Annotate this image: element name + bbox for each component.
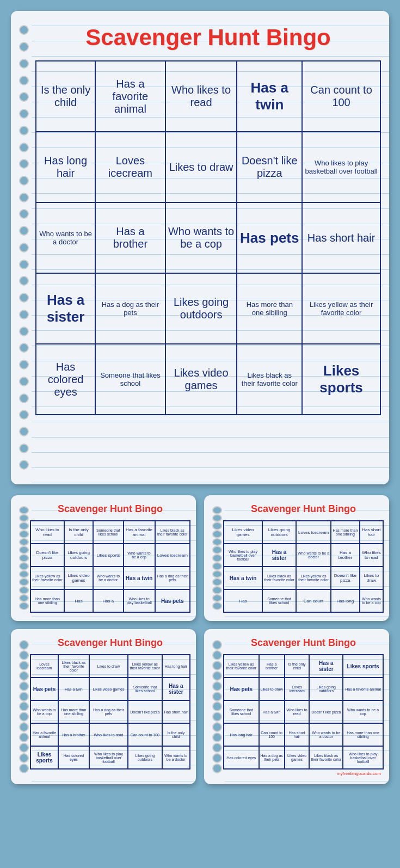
bingo-cell: Who likes to read bbox=[360, 544, 383, 567]
bingo-cell: Likes yellow as their favorite color bbox=[128, 655, 162, 678]
card2-title: Scavenger Hunt Bingo bbox=[30, 501, 190, 515]
bingo-cell: Loves icecream bbox=[155, 544, 190, 567]
hole-19 bbox=[19, 327, 29, 336]
bingo-cell: Doesn't like pizza bbox=[331, 567, 360, 589]
bingo-cell: Likes video games bbox=[224, 521, 262, 544]
bingo-cell: Has bbox=[64, 589, 93, 612]
bingo-cell: Has a sister bbox=[262, 544, 296, 567]
main-card-inner: Scavenger Hunt Bingo Is the only childHa… bbox=[35, 19, 381, 415]
hole-4 bbox=[19, 76, 29, 85]
hole-16 bbox=[19, 276, 29, 286]
hole-27 bbox=[19, 460, 29, 470]
main-title: Scavenger Hunt Bingo bbox=[35, 19, 381, 51]
hole-3 bbox=[19, 59, 29, 69]
main-bingo-grid: Is the only childHas a favorite animalWh… bbox=[35, 60, 381, 415]
bingo-cell: Doesn't like pizza bbox=[30, 544, 64, 567]
hole-10 bbox=[19, 176, 29, 186]
bingo-cell: Likes black as their favorite color bbox=[155, 521, 190, 544]
bingo-cell: Can count to 100 bbox=[128, 723, 162, 746]
hole-25 bbox=[19, 427, 29, 436]
hole-1 bbox=[19, 25, 29, 35]
bingo-cell: Has a favorite animal bbox=[95, 61, 165, 132]
bingo-grid-5: Likes yellow as their favorite colorHas … bbox=[223, 654, 384, 769]
holes-card4 bbox=[16, 629, 32, 784]
bingo-cell: Likes to draw bbox=[360, 567, 383, 589]
bingo-card-4: Scavenger Hunt Bingo Loves icecreamLikes… bbox=[11, 629, 196, 784]
bingo-cell: Has more than one sibiling bbox=[58, 700, 89, 723]
bingo-cell: Has a twin bbox=[237, 61, 302, 132]
main-bingo-card: Scavenger Hunt Bingo Is the only childHa… bbox=[11, 11, 389, 484]
bingo-cell: Has a brother bbox=[58, 723, 89, 746]
hole-23 bbox=[19, 393, 29, 403]
card4-title: Scavenger Hunt Bingo bbox=[30, 635, 190, 649]
bingo-cell: Has long hair bbox=[162, 655, 190, 678]
bingo-cell: Who wants to be a cop bbox=[165, 202, 237, 273]
bingo-cell: Who wants to be a doctor bbox=[296, 544, 331, 567]
bingo-cell: Has a dog as their pets bbox=[89, 700, 128, 723]
bingo-grid-4: Loves icecreamLikes black as their favor… bbox=[30, 654, 190, 769]
bingo-grid-3: Likes video gamesLikes going outdoorsLov… bbox=[223, 520, 384, 613]
bingo-cell: Is the only child bbox=[64, 521, 93, 544]
bingo-cell: Who wants to be a doctor bbox=[309, 723, 343, 746]
hole-21 bbox=[19, 360, 29, 370]
bingo-cell: Has a favorite animal bbox=[343, 678, 383, 700]
bingo-card-5: Scavenger Hunt Bingo Likes yellow as the… bbox=[204, 629, 389, 784]
bingo-cell: Likes black as their favorite color bbox=[237, 344, 302, 415]
bingo-cell: Has short hair bbox=[285, 723, 310, 746]
bingo-cell: Likes video games bbox=[285, 746, 310, 769]
bingo-cell: Can count to 100 bbox=[259, 723, 285, 746]
bingo-cell: Has bbox=[224, 589, 262, 612]
hole-8 bbox=[19, 143, 29, 152]
hole-11 bbox=[19, 193, 29, 202]
hole-13 bbox=[19, 226, 29, 236]
bingo-cell: Loves icecream bbox=[296, 521, 331, 544]
hole-9 bbox=[19, 159, 29, 169]
bingo-cell: Who wants to be a doctor bbox=[36, 202, 95, 273]
bingo-cell: Who likes to play basketball over footba… bbox=[89, 746, 128, 769]
bottom-cards-row: Scavenger Hunt Bingo Loves icecreamLikes… bbox=[11, 629, 389, 784]
bingo-cell: Someone that likes school bbox=[224, 700, 259, 723]
bingo-cell: Likes sports bbox=[343, 655, 383, 678]
bingo-cell: Has a bbox=[93, 589, 123, 612]
hole-7 bbox=[19, 126, 29, 136]
bingo-cell: Who wants to be a cop bbox=[124, 544, 155, 567]
bingo-cell: Has a sister bbox=[36, 273, 95, 344]
hole-15 bbox=[19, 260, 29, 269]
bingo-cell: Who wants to be a cop bbox=[343, 700, 383, 723]
bingo-cell: Likes going outdoors bbox=[128, 746, 162, 769]
bingo-cell: Has a favorite animal bbox=[30, 723, 58, 746]
bingo-card-3: Scavenger Hunt Bingo Likes video gamesLi… bbox=[204, 495, 389, 621]
bingo-cell: Has short hair bbox=[302, 202, 380, 273]
card5-title: Scavenger Hunt Bingo bbox=[223, 635, 384, 649]
bingo-cell: Likes video games bbox=[64, 567, 93, 589]
bingo-cell: Likes going outdoors bbox=[64, 544, 93, 567]
bingo-cell: Likes going outdoors bbox=[309, 678, 343, 700]
bingo-cell: Has a twin bbox=[124, 567, 155, 589]
bingo-cell: Can count bbox=[296, 589, 331, 612]
hole-17 bbox=[19, 293, 29, 303]
bingo-cell: Likes going outdoors bbox=[165, 273, 237, 344]
bingo-cell: Who likes to play basketball over footba… bbox=[343, 746, 383, 769]
bingo-cell: Has more than one sibiling bbox=[237, 273, 302, 344]
bingo-grid-2: Who likes to readIs the only childSomeon… bbox=[30, 520, 190, 613]
hole-24 bbox=[19, 410, 29, 420]
bingo-cell: Likes to draw bbox=[89, 655, 128, 678]
bingo-cell: Likes sports bbox=[30, 746, 58, 769]
bingo-cell: Can count to 100 bbox=[302, 61, 380, 132]
bingo-cell: Likes yellow as their favorite color bbox=[302, 273, 380, 344]
bingo-cell: Who likes to read bbox=[89, 723, 128, 746]
card5-inner: Scavenger Hunt Bingo Likes yellow as the… bbox=[223, 635, 384, 776]
bingo-cell: Likes black as their favorite color bbox=[58, 655, 89, 678]
bingo-cell: Has a twin bbox=[224, 567, 262, 589]
bingo-cell: Likes to draw bbox=[259, 678, 285, 700]
bingo-cell: Has a dog as their pets bbox=[95, 273, 165, 344]
bingo-cell: Loves icecream bbox=[95, 132, 165, 202]
bingo-cell: Likes sports bbox=[302, 344, 380, 415]
bingo-cell: Someone that likes school bbox=[95, 344, 165, 415]
bingo-cell: Has long hair bbox=[224, 723, 259, 746]
bingo-cell: Likes going outdoors bbox=[262, 521, 296, 544]
bingo-cell: Loves icecream bbox=[30, 655, 58, 678]
card4-inner: Scavenger Hunt Bingo Loves icecreamLikes… bbox=[30, 635, 190, 769]
bingo-cell: Doesn't like pizza bbox=[237, 132, 302, 202]
bingo-cell: Has a brother bbox=[259, 655, 285, 678]
